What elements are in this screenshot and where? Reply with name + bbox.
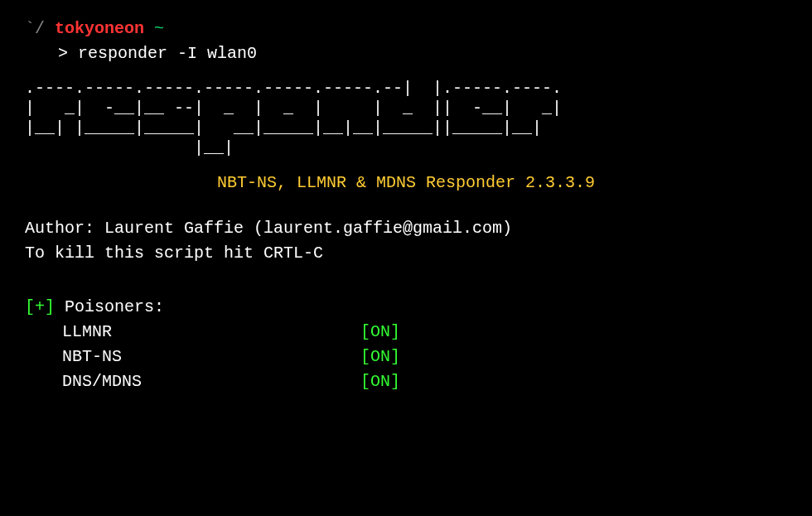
poisoner-name: LLMNR: [62, 320, 360, 345]
poisoner-status: [ON]: [360, 345, 400, 369]
prompt-backtick: `: [25, 19, 35, 38]
app-title: NBT-NS, LLMNR & MDNS Responder 2.3.3.9: [25, 171, 787, 195]
command-line[interactable]: > responder -I wlan0: [25, 41, 787, 66]
poisoner-row: LLMNR [ON]: [25, 320, 787, 345]
kill-instruction: To kill this script hit CRTL-C: [25, 241, 787, 266]
poisoner-status: [ON]: [360, 369, 400, 394]
poisoner-status: [ON]: [360, 320, 400, 345]
poisoner-name: NBT-NS: [62, 345, 360, 369]
ascii-banner: .----.-----.-----.-----.-----.-----.--| …: [25, 79, 787, 158]
poisoner-name: DNS/MDNS: [62, 369, 360, 394]
poisoners-header: [+] Poisoners:: [25, 295, 787, 320]
section-label: Poisoners:: [65, 297, 164, 316]
prompt-slash: /: [35, 19, 45, 38]
plus-icon: [+]: [25, 297, 55, 316]
poisoner-row: DNS/MDNS [ON]: [25, 369, 787, 394]
prompt-cursor: >: [58, 44, 68, 63]
prompt-tilde: ~: [154, 19, 164, 38]
shell-prompt: `/ tokyoneon ~: [25, 17, 787, 41]
author-line: Author: Laurent Gaffie (laurent.gaffie@g…: [25, 216, 787, 241]
prompt-username: tokyoneon: [55, 19, 144, 38]
command-text: responder -I wlan0: [78, 44, 257, 63]
poisoner-row: NBT-NS [ON]: [25, 345, 787, 369]
